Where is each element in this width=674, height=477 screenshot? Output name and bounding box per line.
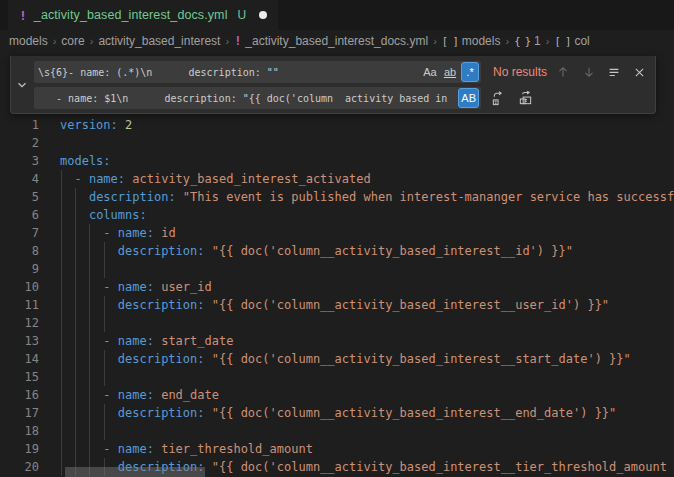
code-line[interactable]: - name: tier_threshold_amount xyxy=(39,440,313,458)
replace-button[interactable] xyxy=(488,88,508,108)
indent-guide xyxy=(75,404,76,422)
breadcrumb-separator-icon: › xyxy=(48,35,62,47)
line-number: 11 xyxy=(0,296,39,314)
indent-guide xyxy=(61,242,62,260)
find-in-selection-icon xyxy=(607,65,621,79)
line-number: 5 xyxy=(0,188,39,206)
code-line-row: 11 description: "{{ doc('column__activit… xyxy=(0,296,674,314)
indent-guide xyxy=(75,386,76,404)
line-number: 6 xyxy=(0,206,39,224)
code-area: 1version: 223models:4 - name: activity_b… xyxy=(0,116,674,476)
tab-active-file[interactable]: ! _activity_based_interest_docs.yml U xyxy=(8,0,278,30)
breadcrumb-item[interactable]: activity_based_interest xyxy=(98,34,220,48)
code-line-row: 4 - name: activity_based_interest_activa… xyxy=(0,170,674,188)
next-match-button[interactable] xyxy=(580,62,598,82)
line-number: 7 xyxy=(0,224,39,242)
replace-icon xyxy=(491,91,506,106)
breadcrumb-label: core xyxy=(61,34,84,48)
indent-guide xyxy=(75,296,76,314)
code-line[interactable] xyxy=(39,260,60,278)
code-line-row: 6 columns: xyxy=(0,206,674,224)
indent-guide xyxy=(61,458,62,476)
previous-match-button[interactable] xyxy=(554,62,572,82)
indent-guide xyxy=(61,296,62,314)
regex-toggle[interactable]: .* xyxy=(461,62,479,82)
replace-all-button[interactable] xyxy=(515,88,535,108)
indent-guide xyxy=(75,422,76,440)
code-line-row: 17 description: "{{ doc('column__activit… xyxy=(0,404,674,422)
find-in-selection-button[interactable] xyxy=(605,62,623,82)
line-number: 8 xyxy=(0,242,39,260)
code-line[interactable]: description: "This event is published wh… xyxy=(39,188,674,206)
code-line[interactable] xyxy=(39,314,60,332)
code-line[interactable]: description: "{{ doc('column__activity_b… xyxy=(39,404,616,422)
code-line[interactable]: description: "{{ doc('column__activity_b… xyxy=(39,242,573,260)
code-line[interactable]: - name: activity_based_interest_activate… xyxy=(39,170,371,188)
arrow-down-icon xyxy=(582,65,596,79)
find-replace-widget: Aa ab .* No results xyxy=(10,56,656,114)
code-line-row: 15 xyxy=(0,368,674,386)
indent-guide xyxy=(104,368,105,386)
indent-guide xyxy=(104,296,105,314)
code-line[interactable]: - name: end_date xyxy=(39,386,219,404)
indent-guide xyxy=(75,188,76,206)
breadcrumb-label: 1 xyxy=(534,34,541,48)
breadcrumb-separator-icon: › xyxy=(428,35,442,47)
indent-guide xyxy=(104,404,105,422)
indent-guide xyxy=(61,422,62,440)
code-line[interactable]: description: "{{ doc('column__activity_b… xyxy=(39,296,609,314)
indent-guide xyxy=(104,422,105,440)
code-line[interactable]: models: xyxy=(39,152,111,170)
code-line-row: 16 - name: end_date xyxy=(0,386,674,404)
indent-guide xyxy=(61,170,62,188)
find-input[interactable] xyxy=(34,61,481,83)
code-line[interactable]: version: 2 xyxy=(39,116,132,134)
indent-guide xyxy=(89,260,90,278)
code-line-row: 1version: 2 xyxy=(0,116,674,134)
match-case-toggle[interactable]: Aa xyxy=(421,62,439,82)
breadcrumb-label: col xyxy=(574,34,589,48)
code-line-row: 19 - name: tier_threshold_amount xyxy=(0,440,674,458)
unsaved-dot-icon[interactable] xyxy=(259,11,267,19)
line-number: 18 xyxy=(0,422,39,440)
results-count: No results xyxy=(493,65,547,79)
indent-guide xyxy=(75,278,76,296)
chevron-down-icon xyxy=(15,78,29,92)
indent-guide xyxy=(61,188,62,206)
indent-guide xyxy=(104,260,105,278)
code-line[interactable]: description: "{{ doc('column__activity_b… xyxy=(39,350,631,368)
preserve-case-toggle[interactable]: AB xyxy=(458,88,479,108)
indent-guide xyxy=(61,332,62,350)
breadcrumb-item[interactable]: models xyxy=(9,34,48,48)
horizontal-scrollbar-thumb[interactable] xyxy=(65,467,205,477)
breadcrumb-item[interactable]: [ ]models xyxy=(442,34,501,48)
tab-title: _activity_based_interest_docs.yml xyxy=(34,8,228,22)
replace-input[interactable] xyxy=(34,87,481,109)
code-line[interactable] xyxy=(39,134,60,152)
indent-guide xyxy=(89,350,90,368)
breadcrumb-item[interactable]: [ ]col xyxy=(554,34,589,48)
indent-guide xyxy=(104,314,105,332)
breadcrumb-item[interactable]: { }1 xyxy=(514,34,541,48)
breadcrumb-label: activity_based_interest xyxy=(98,34,220,48)
indent-guide xyxy=(75,224,76,242)
code-line[interactable]: columns: xyxy=(39,206,147,224)
indent-guide xyxy=(89,278,90,296)
indent-guide xyxy=(61,224,62,242)
indent-guide xyxy=(61,314,62,332)
breadcrumb-item[interactable]: core xyxy=(61,34,84,48)
code-line[interactable] xyxy=(39,368,60,386)
indent-guide xyxy=(75,332,76,350)
code-line[interactable]: - name: user_id xyxy=(39,278,212,296)
tab-bar: ! _activity_based_interest_docs.yml U xyxy=(0,0,674,30)
line-number: 17 xyxy=(0,404,39,422)
code-line[interactable]: - name: start_date xyxy=(39,332,233,350)
symbol-icon: { } xyxy=(514,35,530,47)
code-line[interactable] xyxy=(39,422,60,440)
toggle-replace-chevron[interactable] xyxy=(11,56,33,113)
close-button[interactable] xyxy=(630,62,648,82)
whole-word-toggle[interactable]: ab xyxy=(441,62,459,82)
breadcrumb-item[interactable]: !_activity_based_interest_docs.yml xyxy=(234,34,428,48)
indent-guide xyxy=(75,350,76,368)
code-line[interactable]: - name: id xyxy=(39,224,176,242)
